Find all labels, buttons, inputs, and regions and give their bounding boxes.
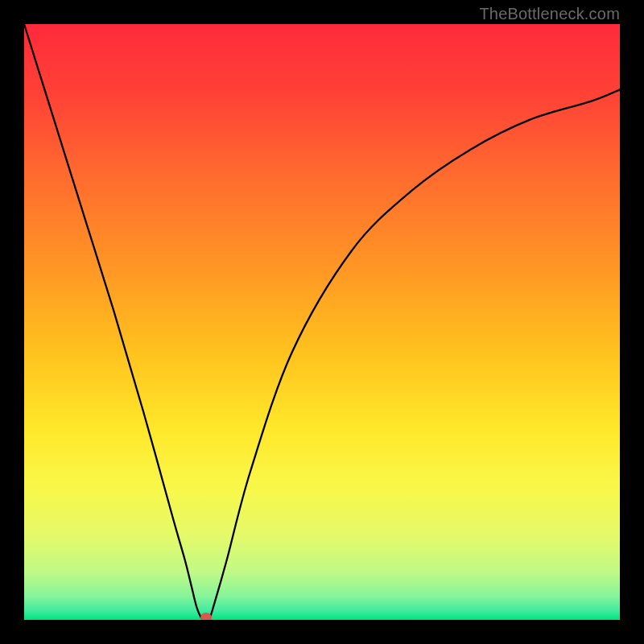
minimum-marker [200,613,212,620]
bottleneck-curve [24,24,620,620]
chart-container: TheBottleneck.com [0,0,644,644]
plot-area [24,24,620,620]
watermark-text: TheBottleneck.com [479,5,620,23]
